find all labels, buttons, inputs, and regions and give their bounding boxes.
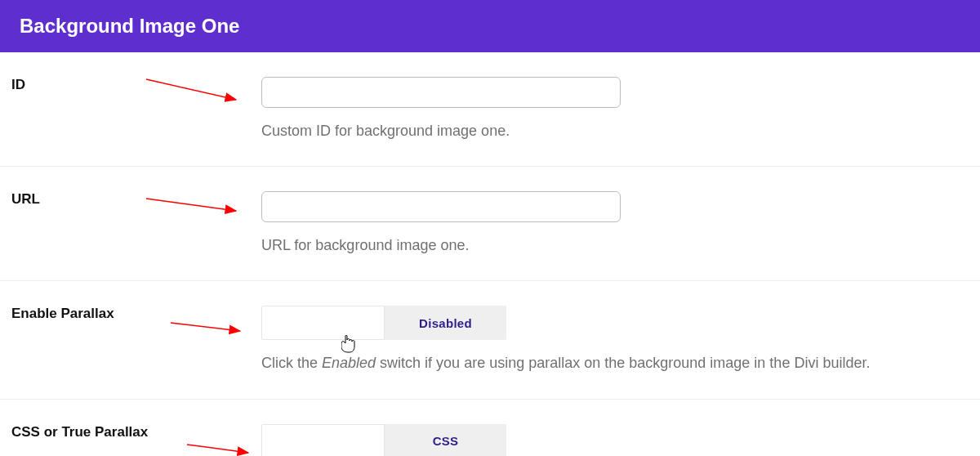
section-header: Background Image One xyxy=(0,0,980,52)
toggle-option-css[interactable]: CSS xyxy=(385,424,506,456)
section-title: Background Image One xyxy=(20,15,239,37)
enable-parallax-toggle[interactable]: Disabled xyxy=(261,306,506,340)
toggle-option-enabled[interactable] xyxy=(261,306,385,340)
label-css-true-parallax-text: CSS or True Parallax xyxy=(11,424,148,440)
arrow-annotation-icon xyxy=(183,440,256,456)
arrow-annotation-icon xyxy=(142,75,248,108)
label-url: URL xyxy=(11,191,261,256)
id-input[interactable] xyxy=(261,77,621,108)
label-enable-parallax: Enable Parallax xyxy=(11,306,261,373)
svg-line-5 xyxy=(171,323,240,331)
url-input[interactable] xyxy=(261,191,621,222)
field-id: Custom ID for background image one. xyxy=(261,77,964,141)
toggle-option-true[interactable] xyxy=(261,424,385,456)
row-enable-parallax: Enable Parallax Disabled Click the Enabl… xyxy=(0,281,980,399)
toggle-option-disabled[interactable]: Disabled xyxy=(385,306,506,340)
label-css-true-parallax: CSS or True Parallax xyxy=(11,424,261,456)
parallax-desc-suffix: switch if you are using parallax on the … xyxy=(376,355,870,371)
url-description: URL for background image one. xyxy=(261,235,964,256)
field-css-true-parallax: CSS If parallax, do you want it to be cs… xyxy=(261,424,964,456)
label-url-text: URL xyxy=(11,191,40,207)
row-css-true-parallax: CSS or True Parallax CSS If parallax, do… xyxy=(0,400,980,456)
row-url: URL URL for background image one. xyxy=(0,167,980,281)
svg-line-3 xyxy=(146,199,236,211)
parallax-desc-prefix: Click the xyxy=(261,355,322,371)
label-enable-parallax-text: Enable Parallax xyxy=(11,306,114,321)
toggle-disabled-label: Disabled xyxy=(419,316,472,330)
arrow-annotation-icon xyxy=(167,319,248,338)
arrow-annotation-icon xyxy=(142,194,248,219)
label-id: ID xyxy=(11,77,261,141)
parallax-desc-em: Enabled xyxy=(322,355,376,371)
svg-line-7 xyxy=(187,445,248,453)
id-description: Custom ID for background image one. xyxy=(261,121,964,141)
field-enable-parallax: Disabled Click the Enabled switch if you… xyxy=(261,306,964,373)
row-id: ID Custom ID for background image one. xyxy=(0,52,980,167)
enable-parallax-description: Click the Enabled switch if you are usin… xyxy=(261,353,964,373)
label-id-text: ID xyxy=(11,77,25,92)
toggle-css-label: CSS xyxy=(433,434,459,448)
field-url: URL for background image one. xyxy=(261,191,964,256)
svg-line-1 xyxy=(146,79,236,100)
css-true-parallax-toggle[interactable]: CSS xyxy=(261,424,506,456)
